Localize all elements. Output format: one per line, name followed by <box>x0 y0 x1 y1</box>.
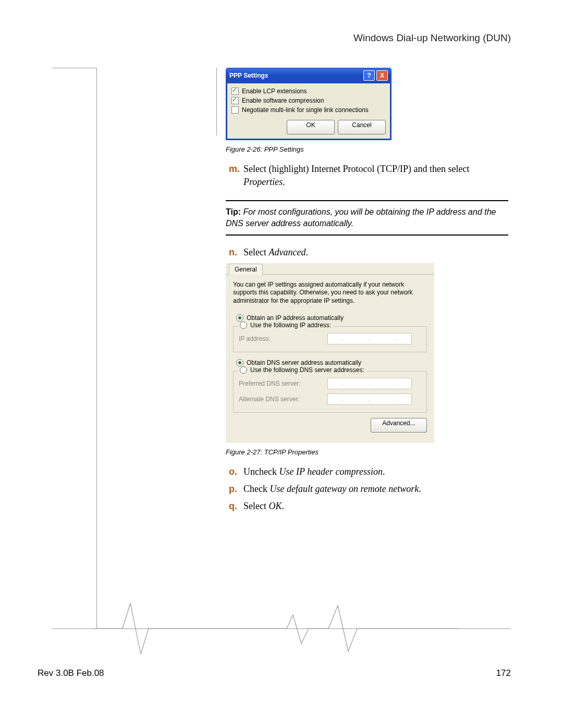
step-text: . <box>305 247 308 257</box>
checkbox-icon <box>231 106 239 114</box>
step-letter: n. <box>229 246 243 259</box>
content-column: PPP Settings ? X Enable LCP extensions E… <box>216 68 508 517</box>
ip-address-label: IP address: <box>239 335 327 342</box>
figure-caption-ppp: Figure 2-26: PPP Settings <box>226 145 508 153</box>
step-italic: Use default gateway on remote network <box>270 484 419 494</box>
ppp-title: PPP Settings <box>229 72 362 79</box>
close-icon[interactable]: X <box>376 70 388 81</box>
page-header: Windows Dial-up Networking (DUN) <box>353 32 511 44</box>
step-body: Uncheck Use IP header compression. <box>243 465 508 478</box>
step-italic: Use IP header compression <box>279 466 382 477</box>
radio-label: Obtain DNS server address automatically <box>247 359 361 366</box>
advanced-button[interactable]: Advanced... <box>371 418 427 433</box>
step-body: Select OK. <box>243 500 508 513</box>
heartbeat-wave <box>94 599 459 662</box>
radio-icon <box>236 359 243 366</box>
alternate-dns-label: Alternate DNS server: <box>239 396 327 403</box>
checkbox-multilink[interactable]: Negotiate multi-link for single link con… <box>231 105 386 115</box>
checkbox-label: Enable software compression <box>242 97 324 104</box>
ok-button[interactable]: OK <box>287 120 335 134</box>
step-text: Select (highlight) Internet Protocol (TC… <box>243 164 469 174</box>
checkbox-icon <box>231 88 239 95</box>
step-text: Select <box>243 247 268 257</box>
step-body: Select (highlight) Internet Protocol (TC… <box>243 163 508 189</box>
step-text: . <box>419 484 421 494</box>
vertical-rule <box>96 68 97 628</box>
figure-caption-tcpip: Figure 2-27: TCP/IP Properties <box>226 448 508 456</box>
checkbox-lcp[interactable]: Enable LCP extensions <box>231 87 386 96</box>
radio-use-ip[interactable]: Use the following IP address: <box>238 322 333 329</box>
radio-use-dns[interactable]: Use the following DNS server addresses: <box>238 366 366 374</box>
step-text: . <box>282 501 285 511</box>
step-italic: Properties <box>243 177 283 187</box>
step-n: n. Select Advanced. <box>229 246 508 259</box>
preferred-dns-input[interactable]: ... <box>327 378 412 389</box>
help-icon[interactable]: ? <box>363 70 375 81</box>
ppp-body: Enable LCP extensions Enable software co… <box>226 83 391 140</box>
ip-address-input[interactable]: ... <box>327 333 412 344</box>
checkbox-label: Negotiate multi-link for single link con… <box>242 106 369 114</box>
checkbox-compression[interactable]: Enable software compression <box>231 96 386 105</box>
alternate-dns-input[interactable]: ... <box>327 393 412 405</box>
step-body: Select Advanced. <box>243 246 508 259</box>
footer-rev: Rev 3.0B Feb.08 <box>38 668 104 678</box>
radio-label: Use the following DNS server addresses: <box>250 366 364 374</box>
step-letter: m. <box>229 163 243 189</box>
step-italic: Advanced <box>268 247 305 257</box>
step-body: Check Use default gateway on remote netw… <box>243 483 508 496</box>
radio-label: Obtain an IP address automatically <box>247 314 344 322</box>
tcpip-description: You can get IP settings assigned automat… <box>233 281 427 305</box>
radio-icon <box>236 314 243 322</box>
radio-icon <box>240 366 247 374</box>
tip-text: For most configurations, you will be obt… <box>226 207 496 228</box>
tcpip-properties-panel: General You can get IP settings assigned… <box>226 263 434 443</box>
step-m: m. Select (highlight) Internet Protocol … <box>229 163 508 189</box>
footer-rule <box>52 628 511 629</box>
step-letter: p. <box>229 483 243 496</box>
tip-label: Tip: <box>226 207 241 216</box>
step-text: . <box>383 466 385 477</box>
step-text: Select <box>243 501 268 511</box>
step-letter: o. <box>229 465 243 478</box>
ppp-titlebar: PPP Settings ? X <box>226 68 391 83</box>
checkbox-icon <box>231 97 239 104</box>
fieldset-ip: Use the following IP address: IP address… <box>233 326 427 352</box>
step-q: q. Select OK. <box>229 500 508 513</box>
radio-label: Use the following IP address: <box>250 322 331 329</box>
radio-icon <box>240 322 247 329</box>
tcpip-inner: You can get IP settings assigned automat… <box>226 274 434 437</box>
page-number: 172 <box>496 668 511 678</box>
left-rule <box>52 68 96 68</box>
step-italic: OK <box>268 501 282 511</box>
step-text: Check <box>243 484 270 494</box>
tab-general[interactable]: General <box>229 264 263 275</box>
step-text: Uncheck <box>243 466 279 477</box>
step-letter: q. <box>229 500 243 513</box>
step-p: p. Check Use default gateway on remote n… <box>229 483 508 496</box>
step-text: . <box>283 177 285 187</box>
fieldset-dns: Use the following DNS server addresses: … <box>233 371 427 413</box>
preferred-dns-label: Preferred DNS server: <box>239 380 327 387</box>
tip-block: Tip: For most configurations, you will b… <box>226 200 508 235</box>
ppp-settings-window: PPP Settings ? X Enable LCP extensions E… <box>226 68 391 140</box>
cancel-button[interactable]: Cancel <box>338 120 386 134</box>
checkbox-label: Enable LCP extensions <box>242 88 307 95</box>
step-o: o. Uncheck Use IP header compression. <box>229 465 508 478</box>
